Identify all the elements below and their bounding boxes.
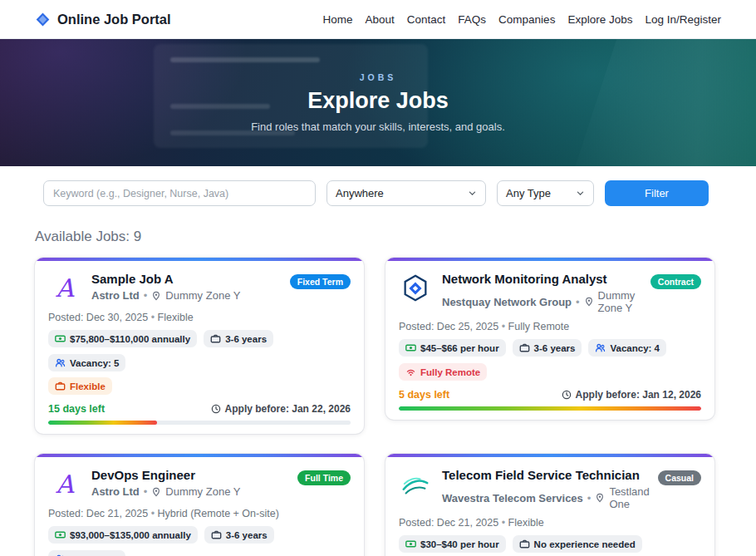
chevron-down-icon: [468, 189, 477, 198]
job-chip: 3-6 years: [513, 339, 582, 357]
job-chip: Vacancy: 2: [48, 550, 125, 556]
job-location: Testland One: [609, 485, 649, 510]
briefcase-icon: [210, 333, 221, 344]
job-chip: 3-6 years: [204, 526, 274, 544]
filter-button[interactable]: Filter: [605, 180, 709, 206]
job-company-line: Nestquay Network Group • Dummy Zone Y: [442, 289, 641, 314]
brand-label: Online Job Portal: [57, 12, 171, 27]
nav-link-faqs[interactable]: FAQs: [458, 13, 486, 26]
job-card[interactable]: A Sample Job A Astro Ltd • Dummy Zone Y …: [35, 258, 364, 434]
posted-line: Posted: Dec 21, 2025 • Hybrid (Remote + …: [48, 508, 351, 519]
briefcase-icon: [55, 381, 66, 391]
apply-before-label: Apply before: Jan 12, 2026: [562, 389, 701, 401]
job-card[interactable]: Telecom Field Service Technician Wavestr…: [385, 454, 714, 556]
job-card-header: A Sample Job A Astro Ltd • Dummy Zone Y …: [48, 272, 351, 305]
posted-line: Posted: Dec 25, 2025 • Fully Remote: [399, 321, 701, 332]
job-card-header: Telecom Field Service Technician Wavestr…: [399, 468, 701, 510]
days-left-label: 15 days left: [48, 403, 105, 415]
work-mode-row: Flexible: [48, 377, 351, 395]
job-chip: $45–$66 per hour: [399, 339, 506, 357]
job-title[interactable]: Sample Job A: [91, 272, 240, 286]
hero-background-decoration: [554, 39, 756, 166]
company-name: Astro Ltd: [91, 485, 140, 498]
hero-background-decoration: [170, 57, 320, 62]
users-icon: [595, 342, 606, 353]
job-card-header: Network Monitoring Analyst Nestquay Netw…: [399, 272, 701, 314]
nav-link-explore-jobs[interactable]: Explore Jobs: [567, 13, 632, 26]
keyword-input[interactable]: [43, 180, 316, 206]
job-chip: $93,000–$135,000 annually: [48, 526, 198, 544]
company-name: Nestquay Network Group: [442, 296, 572, 308]
hero-subtitle: Find roles that match your skills, inter…: [251, 121, 505, 133]
job-chip: Vacancy: 4: [588, 339, 665, 357]
nav-link-log-in-register[interactable]: Log In/Register: [645, 13, 721, 26]
job-company-line: Astro Ltd • Dummy Zone Y: [91, 289, 240, 302]
posted-line: Posted: Dec 21, 2025 • Flexible: [399, 517, 701, 529]
clock-icon: [211, 404, 221, 414]
nav-link-contact[interactable]: Contact: [407, 13, 446, 26]
pin-icon: [151, 487, 161, 497]
clock-icon: [562, 390, 572, 400]
deadline-progress-track: [48, 421, 351, 425]
work-mode-chip: Flexible: [48, 377, 112, 395]
job-type-badge: Contract: [650, 274, 701, 289]
job-title[interactable]: Telecom Field Service Technician: [442, 468, 648, 482]
deadline-progress-fill: [399, 406, 701, 411]
brand-gem-icon: [35, 12, 51, 27]
deadline-progress-track: [399, 406, 701, 411]
job-card-header: A DevOps Engineer Astro Ltd • Dummy Zone…: [48, 468, 351, 501]
deadline-progress-fill: [48, 421, 157, 425]
nav-link-companies[interactable]: Companies: [498, 13, 555, 26]
card-accent-bar: [35, 258, 364, 261]
job-chip: Fully Remote: [399, 363, 487, 381]
job-chip: Vacancy: 5: [48, 354, 125, 371]
astro-ltd-logo: A: [48, 272, 81, 305]
pin-icon: [584, 297, 594, 307]
hero-eyebrow: JOBS: [360, 72, 397, 82]
users-icon: [55, 357, 66, 368]
location-select-value: Anywhere: [336, 187, 384, 199]
job-chips-row: $30–$40 per hourNo experience neededVaca…: [399, 535, 701, 556]
card-accent-bar: [385, 258, 714, 261]
available-jobs-count: Available Jobs: 9: [35, 229, 721, 245]
job-location: Dummy Zone Y: [165, 485, 240, 498]
briefcase-icon: [519, 539, 530, 549]
astro-ltd-logo: A: [48, 468, 81, 501]
briefcase-icon: [211, 529, 222, 540]
nav-links: HomeAboutContactFAQsCompaniesExplore Job…: [323, 13, 722, 26]
job-chip: No experience needed: [513, 535, 642, 553]
cash-icon: [405, 539, 416, 549]
chevron-down-icon: [576, 189, 585, 198]
page-title: Explore Jobs: [307, 88, 449, 114]
job-chip: $30–$40 per hour: [399, 535, 506, 553]
job-type-badge: Fixed Term: [290, 274, 351, 289]
brand[interactable]: Online Job Portal: [35, 12, 171, 27]
job-company-line: Astro Ltd • Dummy Zone Y: [91, 485, 240, 498]
wifi-icon: [405, 367, 416, 377]
job-title[interactable]: DevOps Engineer: [91, 468, 240, 482]
cash-icon: [405, 342, 416, 353]
nav-link-about[interactable]: About: [366, 13, 395, 26]
job-title[interactable]: Network Monitoring Analyst: [442, 272, 641, 286]
job-chips-row: $93,000–$135,000 annually3-6 yearsVacanc…: [48, 526, 351, 556]
job-chips-row: $45–$66 per hour3-6 yearsVacancy: 4Fully…: [399, 339, 701, 381]
nav-link-home[interactable]: Home: [323, 13, 353, 26]
cash-icon: [55, 333, 66, 344]
jobs-grid: A Sample Job A Astro Ltd • Dummy Zone Y …: [35, 258, 714, 556]
job-card-footer: 15 days left Apply before: Jan 22, 2026: [48, 403, 351, 415]
job-type-select[interactable]: Any Type: [497, 180, 594, 206]
pin-icon: [151, 291, 161, 301]
days-left-label: 5 days left: [399, 389, 449, 401]
job-chip: $75,800–$110,000 annually: [48, 330, 197, 347]
job-type-badge: Casual: [658, 470, 701, 485]
job-type-select-value: Any Type: [506, 187, 551, 199]
job-company-line: Wavestra Telecom Services • Testland One: [442, 485, 648, 510]
card-accent-bar: [385, 454, 714, 457]
hero-background-decoration: [170, 104, 270, 109]
briefcase-icon: [519, 342, 530, 353]
cash-icon: [55, 529, 66, 540]
job-card[interactable]: Network Monitoring Analyst Nestquay Netw…: [385, 258, 714, 420]
location-select[interactable]: Anywhere: [326, 180, 486, 206]
job-card[interactable]: A DevOps Engineer Astro Ltd • Dummy Zone…: [35, 454, 364, 556]
nestquay-network-group-logo: [399, 272, 432, 305]
